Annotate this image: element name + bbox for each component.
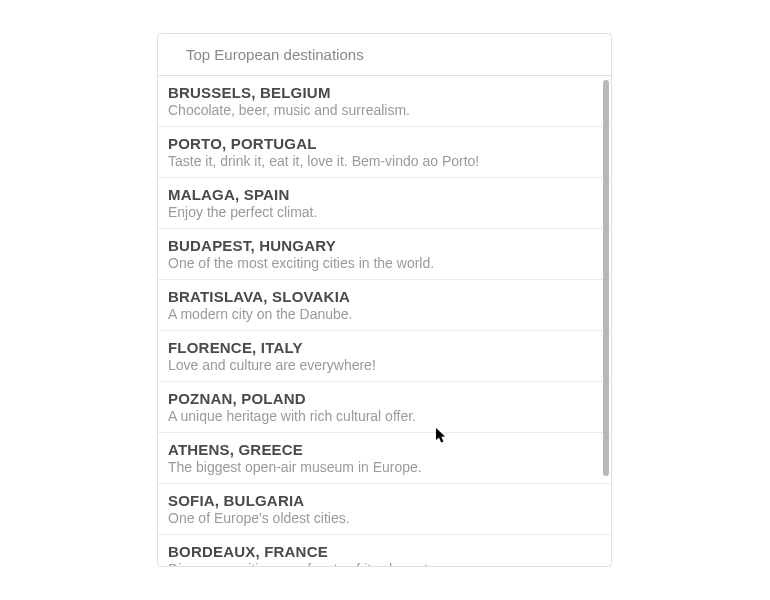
list-item[interactable]: MALAGA, SPAINEnjoy the perfect climat. xyxy=(158,178,611,229)
destinations-panel: Top European destinations BRUSSELS, BELG… xyxy=(157,33,612,567)
list-item[interactable]: BRUSSELS, BELGIUMChocolate, beer, music … xyxy=(158,76,611,127)
list-item[interactable]: FLORENCE, ITALYLove and culture are ever… xyxy=(158,331,611,382)
destination-subtitle: Discover exciting new facets of its char… xyxy=(168,561,597,566)
destination-subtitle: Love and culture are everywhere! xyxy=(168,357,597,373)
destination-title: BUDAPEST, HUNGARY xyxy=(168,237,597,254)
list-item[interactable]: BORDEAUX, FRANCEDiscover exciting new fa… xyxy=(158,535,611,566)
destination-title: SOFIA, BULGARIA xyxy=(168,492,597,509)
destination-title: BRATISLAVA, SLOVAKIA xyxy=(168,288,597,305)
list-item[interactable]: PORTO, PORTUGALTaste it, drink it, eat i… xyxy=(158,127,611,178)
destination-title: ATHENS, GREECE xyxy=(168,441,597,458)
list-item[interactable]: ATHENS, GREECEThe biggest open-air museu… xyxy=(158,433,611,484)
destination-subtitle: A unique heritage with rich cultural off… xyxy=(168,408,597,424)
destination-subtitle: One of the most exciting cities in the w… xyxy=(168,255,597,271)
destination-subtitle: One of Europe's oldest cities. xyxy=(168,510,597,526)
list-item[interactable]: POZNAN, POLANDA unique heritage with ric… xyxy=(158,382,611,433)
destination-title: BORDEAUX, FRANCE xyxy=(168,543,597,560)
destination-subtitle: Chocolate, beer, music and surrealism. xyxy=(168,102,597,118)
destination-subtitle: The biggest open-air museum in Europe. xyxy=(168,459,597,475)
destinations-list: BRUSSELS, BELGIUMChocolate, beer, music … xyxy=(158,76,611,566)
destination-title: BRUSSELS, BELGIUM xyxy=(168,84,597,101)
destination-subtitle: Taste it, drink it, eat it, love it. Bem… xyxy=(168,153,597,169)
destination-title: FLORENCE, ITALY xyxy=(168,339,597,356)
destination-title: MALAGA, SPAIN xyxy=(168,186,597,203)
list-item[interactable]: SOFIA, BULGARIAOne of Europe's oldest ci… xyxy=(158,484,611,535)
destination-title: POZNAN, POLAND xyxy=(168,390,597,407)
destination-subtitle: Enjoy the perfect climat. xyxy=(168,204,597,220)
list-item[interactable]: BUDAPEST, HUNGARYOne of the most excitin… xyxy=(158,229,611,280)
scrollbar-thumb[interactable] xyxy=(603,80,609,476)
destination-title: PORTO, PORTUGAL xyxy=(168,135,597,152)
list-scroll-region[interactable]: BRUSSELS, BELGIUMChocolate, beer, music … xyxy=(158,76,611,566)
panel-header: Top European destinations xyxy=(158,34,611,76)
list-item[interactable]: BRATISLAVA, SLOVAKIAA modern city on the… xyxy=(158,280,611,331)
destination-subtitle: A modern city on the Danube. xyxy=(168,306,597,322)
